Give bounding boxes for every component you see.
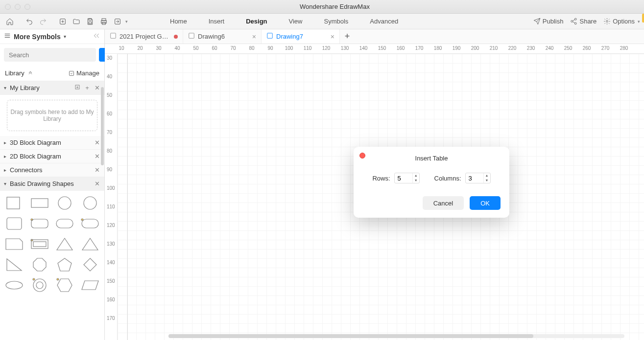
cols-label: Columns: <box>434 175 461 182</box>
home-icon[interactable] <box>4 16 16 27</box>
insert-table-dialog: Insert Table Rows: ▲▼ Columns: ▲▼ <box>354 147 509 218</box>
menu-insert[interactable]: Insert <box>208 16 226 27</box>
shape-right-triangle[interactable] <box>4 257 24 272</box>
shape-square[interactable] <box>4 196 24 210</box>
export-icon[interactable] <box>112 16 123 27</box>
undo-icon[interactable] <box>24 16 35 27</box>
svg-rect-17 <box>7 218 22 229</box>
shape-triangle[interactable] <box>55 237 74 251</box>
shape-triangle-2[interactable] <box>80 237 100 251</box>
close-icon[interactable]: ✕ <box>94 84 100 91</box>
shape-pentagon[interactable] <box>55 257 74 272</box>
library-label[interactable]: Library <box>5 69 24 77</box>
ok-button[interactable]: OK <box>470 196 501 210</box>
right-toolbar: Publish Share Options ▾ <box>533 18 640 25</box>
cat-my-library[interactable]: ▾ My Library + ✕ <box>0 81 104 95</box>
cols-input[interactable] <box>466 175 483 182</box>
menu-design[interactable]: Design <box>245 16 268 27</box>
collapse-sidebar-icon[interactable] <box>93 32 100 41</box>
svg-point-16 <box>84 197 96 209</box>
svg-rect-22 <box>82 219 98 228</box>
manage-button[interactable]: Manage <box>69 69 99 77</box>
shape-donut[interactable] <box>30 278 49 293</box>
redo-icon[interactable] <box>37 16 49 27</box>
triangle-down-icon: ▾ <box>4 85 10 91</box>
main-toolbar: ▾ Home Insert Design View Symbols Advanc… <box>0 14 644 29</box>
menu-symbols[interactable]: Symbols <box>323 16 350 27</box>
window-title: Wondershare EdrawMax <box>30 3 639 10</box>
shape-clipped-rect[interactable] <box>4 237 24 251</box>
search-input[interactable] <box>4 48 96 62</box>
close-icon[interactable]: ✕ <box>94 180 100 187</box>
rows-down-icon[interactable]: ▼ <box>413 178 419 183</box>
my-library-drop-hint: Drag symbols here to add to My Library <box>7 100 97 131</box>
menu-view[interactable]: View <box>288 16 304 27</box>
plus-icon[interactable]: + <box>84 84 91 91</box>
share-button[interactable]: Share <box>570 18 596 25</box>
close-icon[interactable]: ✕ <box>94 166 100 174</box>
library-row: Library Manage <box>0 66 104 81</box>
save-icon[interactable] <box>84 16 96 27</box>
close-icon[interactable]: ✕ <box>94 139 100 146</box>
close-icon[interactable]: ✕ <box>94 153 100 160</box>
shape-circle-thin[interactable] <box>80 196 100 210</box>
svg-point-8 <box>571 21 573 23</box>
cat-3d-block[interactable]: ▸ 3D Block Diagram ✕ <box>0 136 104 150</box>
new-icon[interactable] <box>57 16 69 27</box>
cat-label: Connectors <box>10 166 94 174</box>
print-icon[interactable] <box>98 16 110 27</box>
cat-label: 2D Block Diagram <box>10 153 94 160</box>
menu-icon[interactable] <box>4 32 11 41</box>
svg-point-9 <box>575 23 577 24</box>
traffic-max[interactable] <box>24 4 30 10</box>
shape-stadium-2[interactable] <box>80 216 100 231</box>
shape-stadium[interactable] <box>55 216 74 231</box>
share-label: Share <box>579 18 596 25</box>
menu-bar: Home Insert Design View Symbols Advanced <box>169 16 399 27</box>
cat-basic-shapes[interactable]: ▾ Basic Drawing Shapes ✕ <box>0 177 104 191</box>
cols-down-icon[interactable]: ▼ <box>484 178 490 183</box>
svg-rect-1 <box>89 19 91 20</box>
publish-button[interactable]: Publish <box>533 18 564 25</box>
menu-home[interactable]: Home <box>169 16 188 27</box>
shape-ellipse[interactable] <box>4 278 24 293</box>
traffic-min[interactable] <box>15 4 21 10</box>
svg-rect-2 <box>89 22 91 23</box>
library-collapse-icon[interactable] <box>27 70 33 76</box>
open-icon[interactable] <box>71 16 82 27</box>
shape-rounded-square[interactable] <box>4 216 24 231</box>
sidebar-scrollbar[interactable] <box>101 87 104 165</box>
cat-2d-block[interactable]: ▸ 2D Block Diagram ✕ <box>0 150 104 163</box>
options-button[interactable]: Options ▾ <box>603 18 640 25</box>
cols-up-icon[interactable]: ▲ <box>484 173 490 178</box>
sidebar-search: Search <box>0 44 104 66</box>
triangle-right-icon: ▸ <box>4 154 10 159</box>
cols-spinner[interactable]: ▲▼ <box>465 173 491 183</box>
traffic-close[interactable] <box>5 4 11 10</box>
manage-label: Manage <box>76 69 99 77</box>
shape-hexagon[interactable] <box>55 278 74 293</box>
shape-circle[interactable] <box>55 196 74 210</box>
shape-diamond[interactable] <box>80 257 100 272</box>
shape-rounded-rect[interactable] <box>30 216 49 231</box>
svg-rect-25 <box>33 242 46 247</box>
import-icon[interactable] <box>74 84 81 91</box>
cat-connectors[interactable]: ▸ Connectors ✕ <box>0 163 104 177</box>
window-titlebar: Wondershare EdrawMax <box>0 0 644 14</box>
shape-parallelogram[interactable] <box>80 278 100 293</box>
shapes-palette <box>0 191 104 297</box>
rows-up-icon[interactable]: ▲ <box>413 173 419 178</box>
rows-input[interactable] <box>395 175 412 182</box>
menu-advanced[interactable]: Advanced <box>369 16 399 27</box>
chevron-down-icon[interactable]: ▾ <box>64 34 66 39</box>
rows-spinner[interactable]: ▲▼ <box>394 173 420 183</box>
shape-rectangle[interactable] <box>30 196 49 210</box>
shape-octagon[interactable] <box>30 257 49 272</box>
triangle-right-icon: ▸ <box>4 140 10 145</box>
svg-point-30 <box>57 278 59 280</box>
triangle-down-icon: ▾ <box>4 181 10 186</box>
cancel-button[interactable]: Cancel <box>423 196 464 210</box>
shape-frame[interactable] <box>30 237 49 251</box>
publish-label: Publish <box>543 18 564 25</box>
dialog-close-button[interactable] <box>359 153 365 159</box>
